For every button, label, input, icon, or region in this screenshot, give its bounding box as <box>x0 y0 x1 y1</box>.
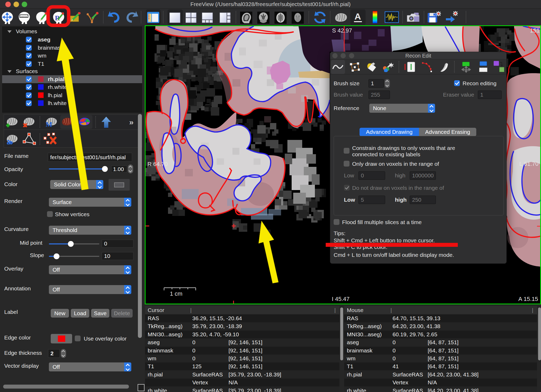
svg-text:R 64.70: R 64.70 <box>147 161 168 167</box>
svg-text:A: A <box>355 12 361 21</box>
svg-text:1 cm: 1 cm <box>170 290 183 297</box>
svg-text:151: 151 <box>530 27 540 34</box>
svg-text:S 42.97: S 42.97 <box>332 27 352 34</box>
svg-text:I 45.47: I 45.47 <box>332 296 349 302</box>
svg-text:A 15.15: A 15.15 <box>518 296 538 302</box>
svg-text:L 61.70: L 61.70 <box>519 160 539 167</box>
svg-text:M: M <box>46 121 52 127</box>
